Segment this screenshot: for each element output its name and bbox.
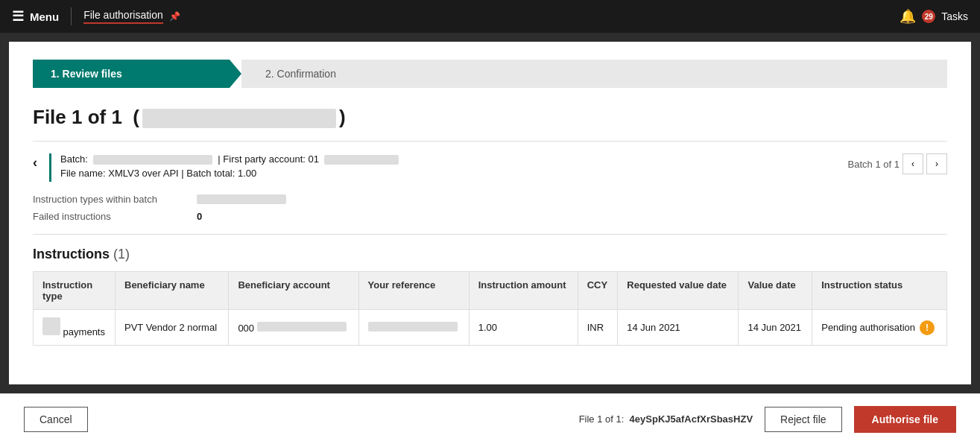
col-requested-value-date: Requested value date (618, 272, 739, 310)
failed-instructions-value: 0 (197, 211, 202, 222)
col-beneficiary-account: Beneficiary account (229, 272, 358, 310)
batch-info: Batch: | First party account: 01 File na… (49, 153, 848, 182)
instructions-label: Instructions (33, 247, 110, 261)
col-instruction-amount: Instruction amount (469, 272, 578, 310)
pin-icon: 📌 (169, 11, 180, 22)
instruction-types-row: Instruction types within batch (33, 194, 947, 205)
instruction-types-label: Instruction types within batch (33, 194, 197, 205)
step1-label: 1. Review files (51, 68, 122, 80)
step2-confirmation: 2. Confirmation (241, 60, 947, 88)
table-cell-2: 000 (229, 310, 358, 346)
step1-review: 1. Review files (33, 60, 241, 88)
batch-next-button[interactable]: › (926, 153, 947, 174)
instruction-types-value-redacted (197, 194, 286, 204)
row-icon (42, 317, 60, 335)
table-row: paymentsPVT Vendor 2 normal000 1.00INR14… (34, 310, 947, 346)
instructions-title: Instructions (1) (33, 247, 947, 262)
batch-row: ‹ Batch: | First party account: 01 File … (33, 153, 947, 182)
footer-file-info: File 1 of 1: 4eySpKJ5afAcfXrSbasHZV (579, 413, 753, 425)
table-cell-0: payments (34, 310, 116, 346)
batch-navigation: Batch 1 of 1 ‹ › (848, 153, 947, 174)
table-cell-6: 14 Jun 2021 (618, 310, 739, 346)
warning-icon: ! (920, 320, 935, 335)
footer: Cancel File 1 of 1: 4eySpKJ5afAcfXrSbasH… (0, 393, 980, 444)
menu-label: Menu (30, 10, 59, 23)
batch-nav-label: Batch 1 of 1 (848, 159, 900, 170)
col-instruction-status: Instruction status (812, 272, 947, 310)
top-navigation: ☰ Menu File authorisation 📌 🔔 29 Tasks (0, 0, 980, 33)
menu-button[interactable]: ☰ Menu (12, 8, 59, 25)
main-content: 1. Review files 2. Confirmation File 1 o… (9, 42, 971, 384)
batch-info-line1: Batch: | First party account: 01 (60, 153, 848, 165)
footer-right: File 1 of 1: 4eySpKJ5afAcfXrSbasHZV Reje… (579, 406, 956, 433)
title-divider (33, 141, 947, 142)
batch-details: Instruction types within batch Failed in… (33, 194, 947, 222)
col-value-date: Value date (739, 272, 812, 310)
footer-file-label: File 1 of 1: (579, 413, 625, 425)
tasks-badge: 29 (922, 10, 935, 23)
batch-prev-button[interactable]: ‹ (902, 153, 923, 174)
batch-name-redacted (93, 155, 212, 165)
beneficiary-account-redacted (257, 322, 347, 332)
first-party-label: | First party account: 01 (218, 153, 319, 165)
back-arrow-button[interactable]: ‹ (33, 155, 37, 171)
reject-file-button[interactable]: Reject file (765, 407, 841, 432)
details-divider (33, 234, 947, 235)
failed-instructions-label: Failed instructions (33, 211, 197, 222)
instructions-count: (1) (113, 247, 130, 261)
hamburger-icon: ☰ (12, 8, 24, 25)
tasks-icon: 🔔 (900, 8, 916, 25)
table-cell-4: 1.00 (469, 310, 578, 346)
tasks-button[interactable]: 🔔 29 Tasks (900, 8, 968, 25)
cancel-button[interactable]: Cancel (24, 407, 88, 432)
instructions-table: Instruction type Beneficiary name Benefi… (33, 271, 947, 346)
col-beneficiary-name: Beneficiary name (116, 272, 229, 310)
first-party-account-redacted (324, 155, 399, 165)
table-header: Instruction type Beneficiary name Benefi… (34, 272, 947, 310)
nav-divider (71, 7, 72, 25)
table-body: paymentsPVT Vendor 2 normal000 1.00INR14… (34, 310, 947, 346)
table-cell-3 (358, 310, 469, 346)
col-instruction-type: Instruction type (34, 272, 116, 310)
file-authorisation-tab[interactable]: File authorisation (83, 9, 163, 24)
footer-file-key: 4eySpKJ5afAcfXrSbasHZV (630, 413, 753, 425)
table-cell-1: PVT Vendor 2 normal (116, 310, 229, 346)
batch-label: Batch: (60, 153, 88, 165)
progress-bar: 1. Review files 2. Confirmation (33, 60, 947, 88)
your-reference-redacted (368, 322, 458, 332)
authorise-file-button[interactable]: Authorise file (854, 406, 956, 433)
table-cell-5: INR (578, 310, 618, 346)
step2-label: 2. Confirmation (265, 68, 336, 80)
table-cell-7: 14 Jun 2021 (739, 310, 812, 346)
file-title-prefix: File 1 of 1 (33, 106, 122, 128)
col-ccy: CCY (578, 272, 618, 310)
batch-file-name: File name: XMLV3 over API | Batch total:… (60, 168, 256, 179)
batch-info-line2: File name: XMLV3 over API | Batch total:… (60, 168, 848, 179)
table-cell-8: Pending authorisation! (812, 310, 947, 346)
tasks-label: Tasks (941, 10, 968, 22)
file-title: File 1 of 1 () (33, 106, 947, 129)
failed-instructions-row: Failed instructions 0 (33, 211, 947, 222)
footer-left: Cancel (24, 407, 579, 432)
file-name-redacted (142, 109, 336, 128)
col-your-reference: Your reference (358, 272, 469, 310)
